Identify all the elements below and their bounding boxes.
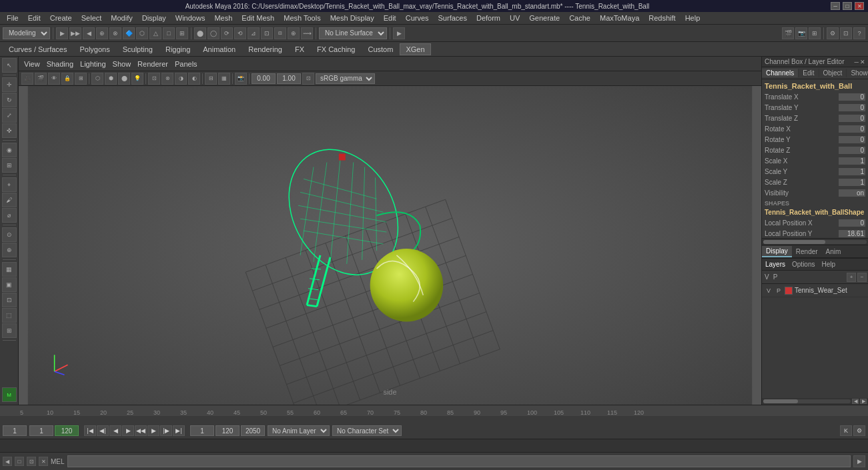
vp-ao-btn[interactable]: ◐ <box>188 73 200 85</box>
vp-lock-btn[interactable]: 🔒 <box>61 73 73 85</box>
module-selector[interactable]: Modeling <box>3 27 50 39</box>
soft-select-btn[interactable]: ◉ <box>2 143 17 157</box>
layer-vis-toggle[interactable]: V <box>765 287 773 295</box>
menu-item-mesh-display[interactable]: Mesh Display <box>326 13 378 23</box>
scale-tool-btn[interactable]: ⤢ <box>2 108 17 123</box>
vp-menu-view[interactable]: View <box>21 59 43 69</box>
toolbar-icon-14[interactable]: ⟲ <box>234 27 246 39</box>
toolbar-icon-6[interactable]: 🔷 <box>123 27 135 39</box>
menu-item-mesh[interactable]: Mesh <box>210 13 236 23</box>
menu-item-select[interactable]: Select <box>77 13 106 23</box>
next-key-btn[interactable]: |▶ <box>160 425 172 436</box>
toolbar-icon-1[interactable]: ▶ <box>56 27 68 39</box>
mode-tab-rigging[interactable]: Rigging <box>159 43 196 55</box>
vp-eye-btn[interactable]: 👁 <box>48 73 60 85</box>
cb-channel-row[interactable]: Translate Z0 <box>762 113 868 123</box>
menu-item-redshift[interactable]: Redshift <box>644 13 679 23</box>
cb-channel-row[interactable]: Scale Z1 <box>762 177 868 187</box>
menu-item-maxtomaya[interactable]: MaxToMaya <box>596 13 643 23</box>
menu-item-curves[interactable]: Curves <box>402 13 433 23</box>
mode-tab-curves-/-surfaces[interactable]: Curves / Surfaces <box>3 43 73 55</box>
toolbar-icon-3[interactable]: ◀ <box>83 27 95 39</box>
vp-isolate-btn[interactable]: ⊡ <box>148 73 160 85</box>
range-start-input[interactable]: 1 <box>29 425 53 436</box>
layout-icon[interactable]: ⊡ <box>840 27 852 39</box>
mel-icon-2[interactable]: □ <box>15 457 24 466</box>
channel-box-scrollbar[interactable] <box>762 238 868 245</box>
anim-key-btn[interactable]: K <box>840 425 852 436</box>
mel-icon-3[interactable]: ⊡ <box>27 457 36 466</box>
select-tool-btn[interactable]: ↖ <box>2 58 17 73</box>
vp-menu-panels[interactable]: Panels <box>172 59 200 69</box>
cb-tab-channels[interactable]: Channels <box>762 69 799 77</box>
sculpt-btn[interactable]: ⌀ <box>2 208 17 223</box>
toolbar-icon-4[interactable]: ⊕ <box>96 27 108 39</box>
playback-start-input[interactable] <box>190 425 214 436</box>
cb-channel-row[interactable]: Visibilityon <box>762 187 868 198</box>
no-line-select[interactable]: No Line Surface <box>319 27 387 39</box>
menu-item-file[interactable]: File <box>3 13 23 23</box>
toolbar-icon-15[interactable]: ⊿ <box>248 27 260 39</box>
next-frame-btn[interactable]: ▶ <box>147 425 159 436</box>
cb-channel-row[interactable]: Scale Y1 <box>762 166 868 177</box>
character-select[interactable]: No Character Set <box>332 425 402 436</box>
cb-channel-row[interactable]: Translate Y0 <box>762 102 868 113</box>
vp-shadow-btn[interactable]: ◑ <box>175 73 187 85</box>
maximize-button[interactable]: □ <box>843 2 852 10</box>
vp-texture-btn[interactable]: ⬤ <box>118 73 130 85</box>
paint-tool-btn[interactable]: 🖌 <box>2 193 17 207</box>
rotate-tool-btn[interactable]: ↻ <box>2 93 17 107</box>
menu-item-cache[interactable]: Cache <box>565 13 594 23</box>
cb-shape-channel-row[interactable]: Local Position Y18.61 <box>762 228 868 238</box>
cb-shape-channel-row[interactable]: Local Position X0 <box>762 217 868 228</box>
vp-wire-btn[interactable]: ⬡ <box>91 73 103 85</box>
vp-overlay-btn[interactable]: ▦ <box>218 73 230 85</box>
cb-channel-row[interactable]: Scale X1 <box>762 155 868 166</box>
cb-minimize-btn[interactable]: ─ <box>855 59 859 65</box>
menu-item-uv[interactable]: UV <box>506 13 524 23</box>
vp-menu-lighting[interactable]: Lighting <box>77 59 109 69</box>
cb-channel-row[interactable]: Rotate X0 <box>762 123 868 134</box>
menu-item-display[interactable]: Display <box>138 13 170 23</box>
layer-tab-layers[interactable]: Layers <box>762 260 789 269</box>
minimize-button[interactable]: ─ <box>831 2 840 10</box>
move-tool-btn[interactable]: ✛ <box>2 77 17 92</box>
mel-icon-4[interactable]: ✕ <box>39 457 48 466</box>
cb-tab-edit[interactable]: Edit <box>799 69 819 77</box>
menu-item-edit[interactable]: Edit <box>24 13 45 23</box>
display-btn-1[interactable]: ▦ <box>2 262 17 277</box>
vp-film-btn[interactable]: 🎬 <box>35 73 47 85</box>
menu-item-create[interactable]: Create <box>46 13 76 23</box>
color-profile-select[interactable]: sRGB gamma <box>316 73 375 84</box>
toolbar-icon-18[interactable]: ⊕ <box>288 27 300 39</box>
cb-close-btn[interactable]: ✕ <box>860 59 865 65</box>
playback-end-input[interactable] <box>215 425 240 436</box>
menu-item-mesh-tools[interactable]: Mesh Tools <box>280 13 324 23</box>
vp-cam-btn[interactable]: 🎥 <box>21 73 33 85</box>
toolbar-icon-16[interactable]: ⊡ <box>261 27 273 39</box>
menu-item-modify[interactable]: Modify <box>107 13 136 23</box>
vp-menu-show[interactable]: Show <box>110 59 134 69</box>
mode-tab-fx[interactable]: FX <box>289 43 310 55</box>
prev-key-btn[interactable]: ◀| <box>97 425 109 436</box>
toolbar-icon-20[interactable]: ▶ <box>393 27 405 39</box>
playback-end2-input[interactable]: 2050 <box>241 425 265 436</box>
gamma-input[interactable]: 1.00 <box>277 73 301 84</box>
menu-item-edit-mesh[interactable]: Edit Mesh <box>238 13 278 23</box>
mode-tab-animation[interactable]: Animation <box>197 43 242 55</box>
menu-item-edit[interactable]: Edit <box>380 13 400 23</box>
mode-tab-rendering[interactable]: Rendering <box>242 43 288 55</box>
vp-camera-btn2[interactable]: 📸 <box>235 73 247 85</box>
menu-item-windows[interactable]: Windows <box>171 13 209 23</box>
settings-icon[interactable]: ⚙ <box>827 27 839 39</box>
menu-item-help[interactable]: Help <box>681 13 705 23</box>
layer-tab-help[interactable]: Help <box>818 260 839 269</box>
vp-colormode-btn[interactable]: ⊡ <box>302 73 314 85</box>
goto-end-btn[interactable]: ▶| <box>173 425 185 436</box>
display-tab-anim[interactable]: Anim <box>822 247 845 257</box>
scroll-left-btn[interactable]: ◀ <box>852 399 859 404</box>
lasso-tool-btn[interactable]: ⌖ <box>2 177 17 192</box>
toolbar-icon-17[interactable]: ⧈ <box>274 27 286 39</box>
layer-add-btn[interactable]: + <box>847 273 856 282</box>
toolbar-icon-12[interactable]: ◯ <box>207 27 220 39</box>
